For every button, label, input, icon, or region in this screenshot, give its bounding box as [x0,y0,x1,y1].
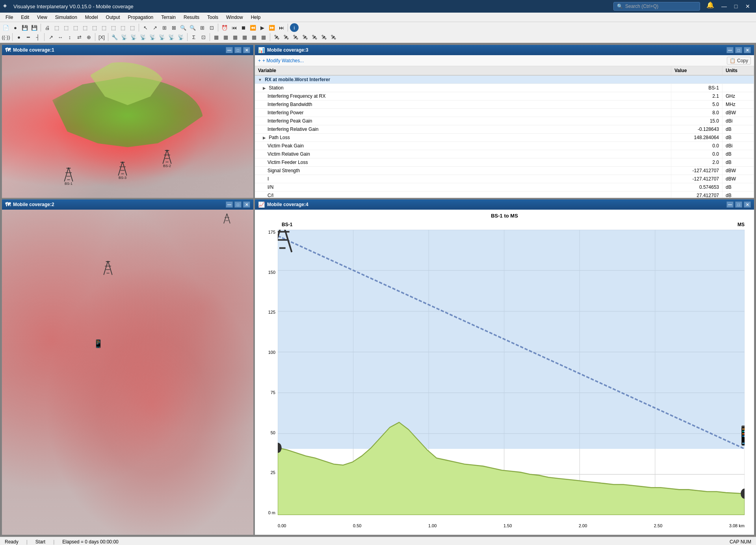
tb-r3[interactable]: ┤ [33,33,42,41]
tb-zoom-out[interactable]: 🔍 [188,23,197,32]
tb-new[interactable]: 📄 [2,23,10,32]
tb-r17[interactable]: 📡 [176,33,185,41]
menu-file[interactable]: File [2,14,17,21]
search-box[interactable]: 🔍 Search (Ctrl+Q) [613,2,700,11]
tb-grid2[interactable]: ▦ [221,33,230,41]
tb-b12[interactable]: ⊞ [198,23,206,32]
tb-radio[interactable]: ((·)) [2,33,10,41]
menu-output[interactable]: Output [102,14,124,21]
tb-sat1[interactable]: 🛰 [272,33,281,41]
modify-watches-btn[interactable]: + + Modify Watches... [258,58,304,63]
tb-r9[interactable]: [X] [97,33,106,41]
tb-clock[interactable]: ⏰ [220,23,229,32]
tb-r11[interactable]: 📡 [120,33,128,41]
tb-r16[interactable]: 📡 [167,33,176,41]
tb-b13[interactable]: ⊡ [207,23,216,32]
station-expand-icon[interactable]: ▶ [263,86,266,90]
tb-sat2[interactable]: 🛰 [282,33,290,41]
menu-tools[interactable]: Tools [203,14,222,21]
tb-r2[interactable]: ━ [24,33,33,41]
tb-grid4[interactable]: ▦ [240,33,249,41]
tb-r4[interactable]: ↗ [46,33,55,41]
panel-3-close[interactable]: ✕ [744,47,751,53]
tb-b2[interactable]: ⬚ [62,23,71,32]
panel-2-minimize[interactable]: — [226,201,233,208]
tb-sat7[interactable]: 🛰 [329,33,338,41]
tb-sat5[interactable]: 🛰 [310,33,319,41]
tb-dot[interactable]: ● [11,23,20,32]
tb-r6[interactable]: ↕ [65,33,74,41]
menu-view[interactable]: View [33,14,51,21]
table-scroll[interactable]: Variable Value Units ▼ RX at mobile.Wors… [255,66,754,198]
tb-sigma[interactable]: Σ [189,33,198,41]
menu-terrain[interactable]: Terrain [157,14,180,21]
panel-4-close[interactable]: ✕ [744,201,751,208]
maximize-button[interactable]: □ [731,1,741,11]
tb-r14[interactable]: 📡 [148,33,157,41]
tb-save2[interactable]: 💾 [30,23,39,32]
tb-sat3[interactable]: 🛰 [291,33,300,41]
tb-b8[interactable]: ⬚ [119,23,127,32]
tb-box[interactable]: ⊡ [199,33,208,41]
tb-r5[interactable]: ↔ [56,33,65,41]
panel-1-maximize[interactable]: □ [234,47,241,53]
tb-b1[interactable]: ⬚ [52,23,61,32]
tb-b3[interactable]: ⬚ [71,23,80,32]
path-loss-expand-icon[interactable]: ▶ [263,136,266,140]
tb-grid5[interactable]: ▦ [250,33,258,41]
tb-grid3[interactable]: ▦ [231,33,240,41]
panel-2-close[interactable]: ✕ [243,201,250,208]
tb-play[interactable]: ▶ [258,23,267,32]
tb-prev[interactable]: ⏮ [230,23,238,32]
tb-print[interactable]: 🖨 [43,23,52,32]
tb-sat4[interactable]: 🛰 [301,33,309,41]
tb-r12[interactable]: 📡 [129,33,138,41]
panel-2-maximize[interactable]: □ [234,201,241,208]
tb-grid6[interactable]: ▦ [259,33,268,41]
panel-4-minimize[interactable]: — [726,201,734,208]
menu-help[interactable]: Help [247,14,265,21]
tb-step-back[interactable]: ⏪ [249,23,257,32]
tb-info[interactable]: i [290,23,299,32]
menu-model[interactable]: Model [81,14,102,21]
tb-cursor[interactable]: ↖ [141,23,150,32]
tb-r1[interactable]: ● [15,33,23,41]
close-button[interactable]: ✕ [743,1,753,11]
tb-zoom-in[interactable]: 🔍 [179,23,188,32]
panel-4-maximize[interactable]: □ [735,201,742,208]
tb-r15[interactable]: 📡 [158,33,166,41]
notification-icon[interactable]: 🔔 [706,1,714,11]
panel-3-minimize[interactable]: — [726,47,734,53]
tb-stop[interactable]: ⏹ [239,23,248,32]
tb-b6[interactable]: ⬚ [100,23,108,32]
map-1[interactable]: BS-1 BS-2 [2,55,253,198]
tb-b11[interactable]: ⊠ [169,23,178,32]
map-2[interactable]: 📱 [2,210,253,535]
tb-b7[interactable]: ⬚ [109,23,118,32]
menu-simulation[interactable]: Simulation [51,14,81,21]
copy-button[interactable]: 📋 Copy [727,57,751,65]
tb-save[interactable]: 💾 [20,23,29,32]
tb-cursor2[interactable]: ↗ [150,23,159,32]
tb-b5[interactable]: ⬚ [90,23,99,32]
menu-edit[interactable]: Edit [17,14,33,21]
panel-3-maximize[interactable]: □ [735,47,742,53]
tb-r10[interactable]: 🔧 [110,33,119,41]
tb-b10[interactable]: ⊞ [160,23,169,32]
tb-b9[interactable]: ⬚ [128,23,137,32]
tb-fast-fwd[interactable]: ⏩ [267,23,276,32]
tb-next[interactable]: ⏭ [277,23,286,32]
collapse-icon[interactable]: ▼ [258,78,262,82]
panel-1-close[interactable]: ✕ [243,47,250,53]
tb-grid1[interactable]: ▦ [212,33,221,41]
tb-b4[interactable]: ⬚ [81,23,89,32]
panel-1-minimize[interactable]: — [226,47,233,53]
menu-results[interactable]: Results [180,14,203,21]
tb-r13[interactable]: 📡 [139,33,147,41]
tb-r7[interactable]: ⇄ [75,33,84,41]
minimize-button[interactable]: — [719,1,729,11]
tb-r8[interactable]: ⊕ [84,33,93,41]
tb-sat6[interactable]: 🛰 [319,33,328,41]
menu-propagation[interactable]: Propagation [124,14,158,21]
menu-window[interactable]: Window [222,14,247,21]
